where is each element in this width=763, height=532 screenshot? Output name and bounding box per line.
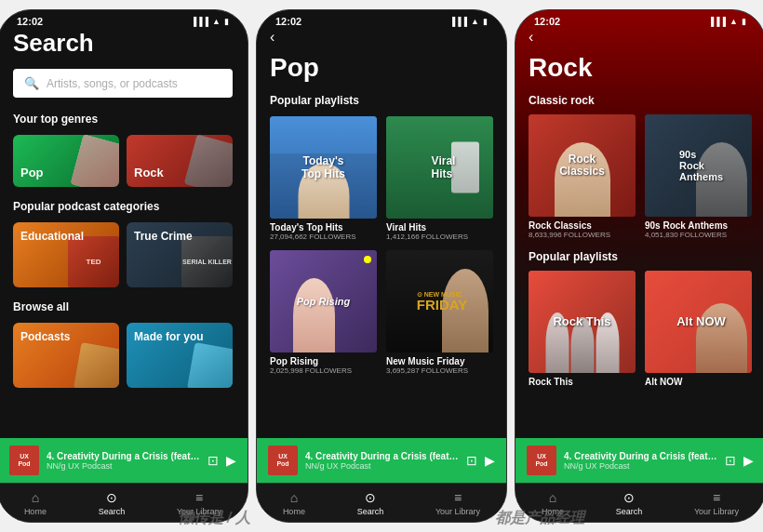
classic-rock-label: Classic rock bbox=[529, 94, 752, 107]
podcast-grid: Educational TED True Crime SERIAL KILLER bbox=[13, 222, 233, 287]
player-thumb-3: UXPod bbox=[527, 446, 556, 475]
wifi-icon-2: ▲ bbox=[471, 17, 479, 26]
devices-icon-3[interactable]: ⊡ bbox=[725, 453, 736, 468]
nav-library-3[interactable]: ≡ Your Library bbox=[694, 490, 739, 516]
nav-search-label-1: Search bbox=[99, 507, 126, 516]
devices-icon[interactable]: ⊡ bbox=[207, 453, 219, 468]
rock-title: Rock bbox=[529, 53, 752, 83]
podcast-edu-label: Educational bbox=[20, 230, 84, 243]
rock-classics-text: RockClassics bbox=[559, 153, 605, 178]
genre-rock[interactable]: Rock bbox=[127, 135, 233, 187]
nav-search-3[interactable]: ⊙ Search bbox=[616, 490, 643, 516]
playlist-new-music-friday[interactable]: ⊙ NEW MUSIC FRIDAY New Music Friday 3,69… bbox=[386, 250, 493, 375]
player-info-1: 4. Creativity During a Crisis (feat. A..… bbox=[47, 451, 200, 471]
devices-icon-2[interactable]: ⊡ bbox=[466, 453, 477, 468]
nav-home-1[interactable]: ⌂ Home bbox=[24, 490, 47, 516]
popular-playlists-rock-label: Popular playlists bbox=[529, 250, 752, 263]
pop-rising-title: Pop Rising bbox=[270, 356, 377, 366]
player-3[interactable]: UXPod 4. Creativity During a Crisis (fea… bbox=[515, 438, 763, 483]
playlist-viral-hits[interactable]: ViralHits Viral Hits 1,412,166 FOLLOWERS bbox=[386, 116, 493, 241]
battery-icon-2: ▮ bbox=[483, 17, 488, 26]
podcast-educational[interactable]: Educational TED bbox=[13, 222, 119, 287]
search-title: Search bbox=[13, 29, 233, 58]
top-hits-followers: 27,094,662 FOLLOWERS bbox=[270, 233, 377, 241]
podcast-crime[interactable]: True Crime SERIAL KILLER bbox=[127, 222, 233, 287]
alt-now-text: Alt NOW bbox=[671, 315, 726, 328]
nav-search-2[interactable]: ⊙ Search bbox=[357, 490, 384, 516]
player-subtitle-1: NN/g UX Podcast bbox=[47, 461, 200, 471]
rock-classics-followers: 8,633,996 FOLLOWERS bbox=[529, 231, 636, 239]
time-3: 12:02 bbox=[534, 16, 560, 27]
top-hits-card-visual: Today'sTop Hits bbox=[270, 116, 377, 219]
friday-text: ⊙ NEW MUSIC FRIDAY bbox=[412, 291, 467, 313]
alt-now-title: Alt NOW bbox=[645, 377, 752, 387]
player-thumb-1: UXPod bbox=[9, 446, 39, 475]
player-controls-1[interactable]: ⊡ ▶ bbox=[207, 453, 236, 468]
battery-icon: ▮ bbox=[224, 17, 229, 26]
top-hits-text: Today'sTop Hits bbox=[301, 154, 345, 181]
player-title-2: 4. Creativity During a Crisis (feat. A..… bbox=[305, 451, 459, 461]
browse-made-for-you[interactable]: Made for you bbox=[127, 323, 233, 388]
play-icon[interactable]: ▶ bbox=[226, 453, 236, 468]
pop-title: Pop bbox=[270, 53, 493, 83]
library-icon: ≡ bbox=[195, 490, 203, 505]
nav-home-2[interactable]: ⌂ Home bbox=[283, 490, 305, 516]
classic-rock-grid: RockClassics Rock Classics 8,633,996 FOL… bbox=[529, 114, 752, 239]
playlist-alt-now[interactable]: Alt NOW Alt NOW bbox=[645, 271, 752, 387]
back-button-pop[interactable]: ‹ bbox=[270, 29, 493, 46]
nav-home-3[interactable]: ⌂ Home bbox=[542, 490, 564, 516]
nav-library-1[interactable]: ≡ Your Library bbox=[177, 490, 221, 516]
genre-pop[interactable]: Pop bbox=[13, 135, 119, 187]
genre-pop-label: Pop bbox=[20, 166, 44, 180]
status-bar-2: 12:02 ▐▐▐ ▲ ▮ bbox=[257, 10, 506, 29]
popular-rock-grid: Rock This Rock This Alt NOW Alt NOW bbox=[529, 271, 752, 387]
player-info-2: 4. Creativity During a Crisis (feat. A..… bbox=[305, 451, 459, 471]
browse-podcasts[interactable]: Podcasts bbox=[13, 323, 119, 388]
player-controls-3[interactable]: ⊡ ▶ bbox=[725, 453, 754, 468]
bottom-nav-3: ⌂ Home ⊙ Search ≡ Your Library bbox=[515, 483, 763, 522]
nav-search-1[interactable]: ⊙ Search bbox=[99, 490, 126, 516]
phone-rock: 12:02 ▐▐▐ ▲ ▮ ‹ Rock Classic rock RockCl… bbox=[515, 9, 763, 523]
search-icon: 🔍 bbox=[24, 76, 39, 90]
time-1: 12:02 bbox=[17, 16, 43, 27]
search-placeholder: Artists, songs, or podcasts bbox=[47, 77, 178, 90]
rock-anthems-followers: 4,051,830 FOLLOWERS bbox=[645, 231, 752, 239]
back-button-rock[interactable]: ‹ bbox=[529, 29, 752, 46]
pop-rising-card-visual: Pop Rising bbox=[270, 250, 377, 352]
friday-followers: 3,695,287 FOLLOWERS bbox=[386, 366, 493, 375]
playlist-grid-pop: Today'sTop Hits Today's Top Hits 27,094,… bbox=[270, 116, 493, 375]
rock-anthems-text: 90sRockAnthems bbox=[674, 149, 723, 182]
playlist-rock-anthems[interactable]: 90sRockAnthems 90s Rock Anthems 4,051,83… bbox=[645, 114, 752, 239]
rock-this-visual: Rock This bbox=[529, 271, 636, 373]
signal-icon-2: ▐▐▐ bbox=[449, 17, 467, 26]
home-icon-3: ⌂ bbox=[549, 490, 556, 505]
nav-library-label-1: Your Library bbox=[177, 507, 221, 516]
status-icons-1: ▐▐▐ ▲ ▮ bbox=[191, 17, 229, 26]
podcast-crime-label: True Crime bbox=[134, 230, 193, 243]
rock-this-text: Rock This bbox=[553, 315, 610, 328]
home-icon: ⌂ bbox=[32, 490, 39, 505]
status-icons-2: ▐▐▐ ▲ ▮ bbox=[449, 17, 488, 26]
playlist-top-hits[interactable]: Today'sTop Hits Today's Top Hits 27,094,… bbox=[270, 116, 377, 241]
playlist-rock-classics[interactable]: RockClassics Rock Classics 8,633,996 FOL… bbox=[529, 114, 636, 239]
player-1[interactable]: UXPod 4. Creativity During a Crisis (fea… bbox=[0, 438, 248, 483]
player-2[interactable]: UXPod 4. Creativity During a Crisis (fea… bbox=[257, 438, 506, 483]
player-controls-2[interactable]: ⊡ ▶ bbox=[466, 453, 495, 468]
player-info-3: 4. Creativity During a Crisis (feat. Aur… bbox=[564, 451, 717, 471]
play-icon-2[interactable]: ▶ bbox=[485, 453, 495, 468]
player-thumb-2: UXPod bbox=[268, 446, 298, 475]
genre-grid: Pop Rock bbox=[13, 135, 233, 187]
nav-library-2[interactable]: ≡ Your Library bbox=[435, 490, 480, 516]
play-icon-3[interactable]: ▶ bbox=[743, 453, 754, 468]
rock-classics-title: Rock Classics bbox=[529, 220, 636, 231]
search-bar[interactable]: 🔍 Artists, songs, or podcasts bbox=[13, 69, 233, 98]
playlist-rock-this[interactable]: Rock This Rock This bbox=[529, 271, 636, 387]
bottom-nav-2: ⌂ Home ⊙ Search ≡ Your Library bbox=[257, 483, 506, 522]
playlist-pop-rising[interactable]: Pop Rising Pop Rising 2,025,998 FOLLOWER… bbox=[270, 250, 377, 375]
nav-home-label-1: Home bbox=[24, 507, 47, 516]
signal-icon: ▐▐▐ bbox=[191, 17, 208, 26]
genre-rock-label: Rock bbox=[134, 166, 164, 180]
nav-search-label-2: Search bbox=[357, 507, 384, 516]
nav-library-label-2: Your Library bbox=[435, 507, 480, 516]
status-bar-3: 12:02 ▐▐▐ ▲ ▮ bbox=[515, 10, 763, 29]
